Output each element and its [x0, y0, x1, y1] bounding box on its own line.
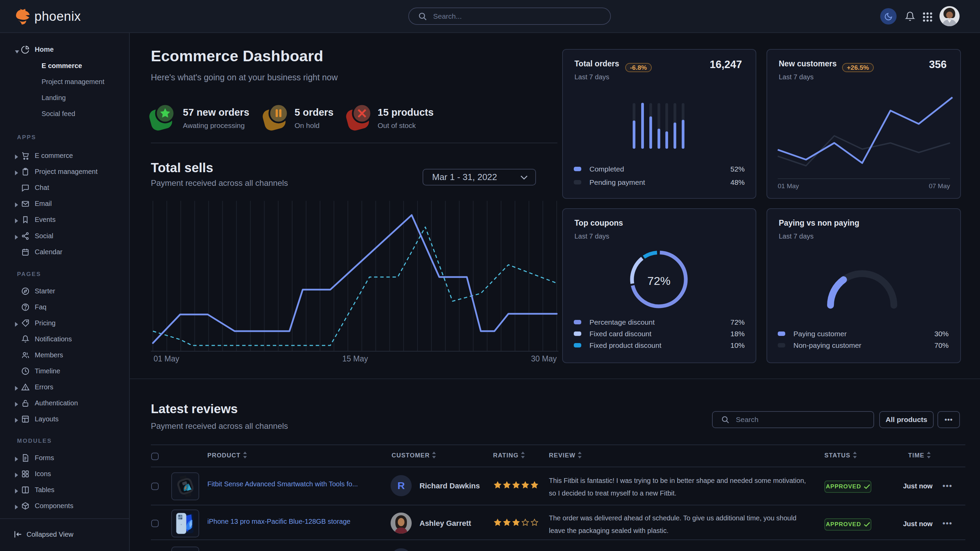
svg-text:01 May: 01 May: [778, 183, 799, 190]
svg-text:72%: 72%: [648, 274, 670, 287]
svg-text:01 May: 01 May: [154, 354, 180, 363]
svg-text:07 May: 07 May: [929, 183, 950, 190]
svg-text:30 May: 30 May: [531, 354, 557, 363]
svg-text:15 May: 15 May: [342, 354, 368, 363]
